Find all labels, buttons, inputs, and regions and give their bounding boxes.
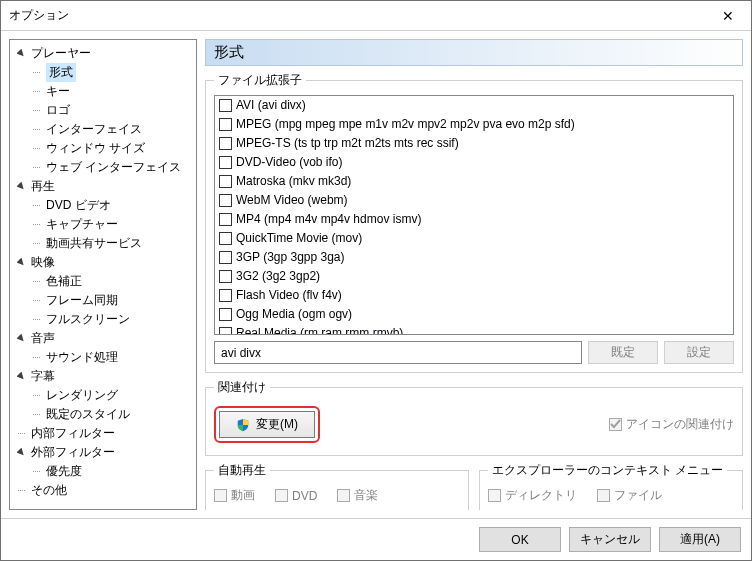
tree-item[interactable]: フレーム同期 [12,291,194,310]
format-item[interactable]: AVI (avi divx) [215,96,733,115]
tree-item-label: 字幕 [31,367,55,386]
tree-item[interactable]: 既定のスタイル [12,405,194,424]
tree-item[interactable]: 形式 [12,63,194,82]
tree-item-label: 優先度 [46,462,82,481]
checkbox-icon[interactable] [219,156,232,169]
checkbox-icon[interactable] [219,137,232,150]
checkbox-icon[interactable] [219,99,232,112]
change-button[interactable]: 変更(M) [219,411,315,438]
set-button[interactable]: 設定 [664,341,734,364]
icon-association-checkbox[interactable]: アイコンの関連付け [609,416,734,433]
tree-item[interactable]: 字幕 [12,367,194,386]
format-item[interactable]: Matroska (mkv mk3d) [215,172,733,191]
autoplay-group: 自動再生 動画DVD音楽音声 CD [205,462,469,510]
format-item[interactable]: MPEG (mpg mpeg mpe m1v m2v mpv2 mp2v pva… [215,115,733,134]
tree-item[interactable]: キャプチャー [12,215,194,234]
tree-item-label: サウンド処理 [46,348,118,367]
tree-item[interactable]: インターフェイス [12,120,194,139]
tree-item[interactable]: 内部フィルター [12,424,194,443]
tree-dash-icon [29,464,44,479]
checkbox-icon [609,418,622,431]
tree-item[interactable]: フルスクリーン [12,310,194,329]
change-button-label: 変更(M) [256,416,298,433]
tree-dash-icon [29,350,44,365]
tree-item[interactable]: その他 [12,481,194,500]
tree-item[interactable]: 映像 [12,253,194,272]
format-item-label: AVI (avi divx) [236,97,306,114]
tree-item[interactable]: レンダリング [12,386,194,405]
format-item[interactable]: MPEG-TS (ts tp trp m2t m2ts mts rec ssif… [215,134,733,153]
option-checkbox[interactable]: ファイル [597,487,662,504]
tree-dash-icon [29,217,44,232]
tree-dash-icon [29,84,44,99]
apply-button[interactable]: 適用(A) [659,527,741,552]
tree-item-label: プレーヤー [31,44,91,63]
tree-item[interactable]: 再生 [12,177,194,196]
dialog-footer: OK キャンセル 適用(A) [1,518,751,560]
checkbox-icon[interactable] [219,251,232,264]
format-item-label: 3GP (3gp 3gpp 3ga) [236,249,345,266]
tree-item[interactable]: DVD ビデオ [12,196,194,215]
tree-item-label: ウェブ インターフェイス [46,158,181,177]
chevron-down-icon[interactable] [14,331,29,346]
tree-item[interactable]: ウィンドウ サイズ [12,139,194,158]
tree-item[interactable]: ロゴ [12,101,194,120]
category-tree[interactable]: プレーヤー形式キーロゴインターフェイスウィンドウ サイズウェブ インターフェイス… [9,39,197,510]
format-item-label: DVD-Video (vob ifo) [236,154,343,171]
checkbox-icon[interactable] [219,118,232,131]
titlebar: オプション ✕ [1,1,751,31]
option-checkbox[interactable]: 音楽 [337,487,378,504]
format-item[interactable]: Ogg Media (ogm ogv) [215,305,733,324]
window-title: オプション [9,7,713,24]
checkbox-icon[interactable] [219,175,232,188]
chevron-down-icon[interactable] [14,255,29,270]
tree-item[interactable]: プレーヤー [12,44,194,63]
checkbox-icon[interactable] [219,289,232,302]
tree-item[interactable]: 音声 [12,329,194,348]
tree-dash-icon [14,426,29,441]
chevron-down-icon[interactable] [14,46,29,61]
extensions-input[interactable] [214,341,582,364]
checkbox-icon[interactable] [219,327,232,335]
tree-item-label: ロゴ [46,101,70,120]
tree-item-label: DVD ビデオ [46,196,111,215]
checkbox-icon[interactable] [219,232,232,245]
checkbox-icon[interactable] [219,308,232,321]
checkbox-icon[interactable] [219,213,232,226]
tree-item[interactable]: 外部フィルター [12,443,194,462]
tree-item[interactable]: 動画共有サービス [12,234,194,253]
checkbox-icon[interactable] [219,270,232,283]
tree-item[interactable]: 色補正 [12,272,194,291]
tree-item-label: キャプチャー [46,215,118,234]
tree-item[interactable]: キー [12,82,194,101]
close-icon[interactable]: ✕ [713,2,743,30]
checkbox-icon[interactable] [219,194,232,207]
format-item[interactable]: DVD-Video (vob ifo) [215,153,733,172]
tree-dash-icon [29,407,44,422]
cancel-button[interactable]: キャンセル [569,527,651,552]
tree-dash-icon [29,293,44,308]
tree-item[interactable]: 優先度 [12,462,194,481]
format-list[interactable]: AVI (avi divx)MPEG (mpg mpeg mpe m1v m2v… [214,95,734,335]
chevron-down-icon[interactable] [14,179,29,194]
tree-item-label: 色補正 [46,272,82,291]
default-button[interactable]: 既定 [588,341,658,364]
chevron-down-icon[interactable] [14,369,29,384]
format-item[interactable]: Real Media (rm ram rmm rmvb) [215,324,733,335]
tree-item[interactable]: サウンド処理 [12,348,194,367]
format-item[interactable]: QuickTime Movie (mov) [215,229,733,248]
format-item-label: MP4 (mp4 m4v mp4v hdmov ismv) [236,211,421,228]
format-item[interactable]: WebM Video (webm) [215,191,733,210]
ok-button[interactable]: OK [479,527,561,552]
tree-item[interactable]: ウェブ インターフェイス [12,158,194,177]
format-item[interactable]: Flash Video (flv f4v) [215,286,733,305]
format-item[interactable]: 3GP (3gp 3gpp 3ga) [215,248,733,267]
format-item[interactable]: 3G2 (3g2 3gp2) [215,267,733,286]
format-item-label: Matroska (mkv mk3d) [236,173,351,190]
tree-dash-icon [29,103,44,118]
option-checkbox[interactable]: DVD [275,487,317,504]
format-item[interactable]: MP4 (mp4 m4v mp4v hdmov ismv) [215,210,733,229]
chevron-down-icon[interactable] [14,445,29,460]
option-checkbox[interactable]: 動画 [214,487,255,504]
option-checkbox[interactable]: ディレクトリ [488,487,577,504]
